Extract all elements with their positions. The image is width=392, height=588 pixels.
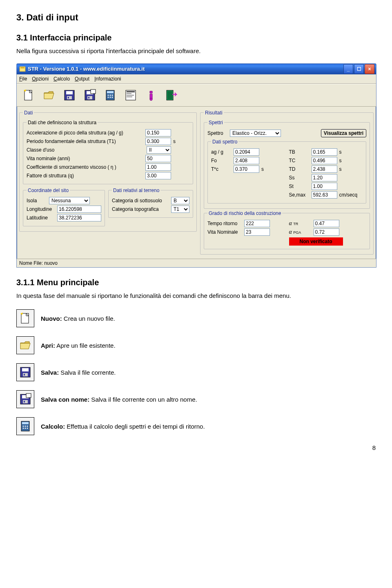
lbl-topografica: Categoria topografica	[112, 206, 169, 212]
maximize-button[interactable]: ☐	[354, 64, 364, 74]
input-alpha-pga[interactable]	[314, 228, 339, 236]
group-risultati: Risultati Spettri Spettro Elastico - Ori…	[200, 110, 374, 255]
svg-rect-8	[68, 97, 69, 98]
lbl-ss: Ss	[289, 175, 310, 181]
svg-rect-34	[22, 368, 29, 371]
tool-calc-button[interactable]	[102, 87, 119, 104]
svg-rect-36	[24, 374, 25, 376]
input-lat[interactable]	[57, 214, 101, 221]
tool-save-button[interactable]	[61, 87, 78, 104]
input-td[interactable]	[312, 165, 337, 173]
input-lon[interactable]	[57, 206, 101, 213]
tool-output-button[interactable]	[122, 87, 139, 104]
svg-rect-11	[87, 96, 92, 99]
lbl-se: Se,max	[289, 192, 310, 198]
input-fo[interactable]	[234, 157, 259, 164]
svg-rect-7	[67, 96, 72, 99]
menu-calcolo[interactable]: Calcolo	[53, 76, 70, 82]
svg-rect-25	[127, 95, 134, 96]
group-spettri-legend: Spettri	[207, 120, 224, 125]
input-eta[interactable]	[145, 163, 171, 171]
menu-output[interactable]: Output	[75, 76, 89, 82]
lbl-t1: Periodo fondamentale della struttura (T1…	[27, 139, 143, 144]
select-isola[interactable]: Nessuna	[49, 197, 90, 204]
select-sottosuolo[interactable]: B	[171, 197, 189, 204]
nuovo-text: Crea un nuovo file.	[62, 315, 115, 322]
select-classe[interactable]: II	[147, 146, 171, 154]
svg-rect-43	[22, 422, 29, 424]
doc-heading-3: 3.1.1 Menu principale	[16, 278, 376, 287]
nuovo-bold: Nuovo:	[41, 315, 62, 322]
group-terreno: Dati relativi al terreno Categoria di so…	[108, 188, 193, 218]
tool-saveas-button[interactable]	[81, 87, 98, 104]
lbl-isola: Isola	[27, 198, 47, 203]
lbl-alpha-pga: α PGA	[289, 229, 312, 235]
input-alpha-tr[interactable]	[314, 220, 339, 227]
group-terreno-legend: Dati relativi al terreno	[112, 188, 160, 193]
svg-rect-15	[107, 91, 114, 93]
group-datispettro: Dati spettro ag / g Fo	[207, 139, 366, 203]
input-t1[interactable]	[145, 138, 171, 145]
input-q[interactable]	[145, 172, 171, 179]
lbl-lat: Latitudine	[27, 215, 55, 221]
lbl-vita: Vita nominale (anni)	[27, 156, 143, 161]
menu-file[interactable]: File	[19, 76, 27, 82]
app-icon	[19, 66, 26, 72]
tool-open-button[interactable]	[40, 87, 58, 104]
input-agg[interactable]	[234, 148, 259, 156]
svg-point-47	[23, 428, 24, 429]
select-topografica[interactable]: T1	[171, 206, 189, 213]
calcolo-bold: Calcolo:	[41, 423, 65, 430]
svg-rect-29	[167, 91, 172, 99]
tool-exit-button[interactable]	[163, 87, 180, 104]
input-vita[interactable]	[145, 155, 171, 162]
svg-point-48	[25, 428, 26, 429]
svg-rect-13	[91, 89, 96, 94]
icon-list: Nuovo: Crea un nuovo file. Apri: Apre un…	[16, 309, 376, 435]
lbl-tccap: TC	[289, 158, 310, 163]
unit-tcc: s	[339, 158, 356, 163]
tool-new-button[interactable]	[20, 87, 37, 104]
svg-point-44	[23, 426, 24, 427]
save-as-icon	[16, 390, 34, 408]
unit-t1: s	[173, 139, 189, 144]
input-tccap[interactable]	[312, 157, 337, 164]
input-st[interactable]	[312, 183, 337, 190]
svg-rect-1	[20, 67, 24, 68]
input-se[interactable]	[312, 191, 337, 199]
menu-opzioni[interactable]: Opzioni	[32, 76, 49, 82]
doc-heading-2: 3.1 Interfaccia principale	[16, 33, 376, 42]
menu-informazioni[interactable]: Informazioni	[94, 76, 121, 82]
svg-point-17	[110, 94, 111, 96]
svg-point-45	[25, 426, 26, 427]
salva-bold: Salva:	[41, 369, 59, 376]
lbl-st: St	[289, 183, 310, 189]
open-file-icon	[16, 336, 34, 354]
group-risultati-legend: Risultati	[204, 110, 224, 116]
select-spettro[interactable]: Elastico - Orizz.	[230, 130, 281, 137]
input-tc[interactable]	[234, 165, 259, 173]
svg-point-21	[112, 96, 113, 98]
minimize-button[interactable]: _	[343, 64, 353, 74]
input-ag[interactable]	[145, 129, 171, 136]
visualizza-spettri-button[interactable]: Visualizza spettri	[321, 129, 366, 137]
svg-rect-12	[88, 97, 89, 98]
group-grado: Grado di rischio della costruzione Tempo…	[204, 210, 370, 249]
input-vita-nominale[interactable]	[244, 228, 270, 236]
unit-se: cm/secq	[339, 192, 356, 198]
group-spettri: Spettri Spettro Elastico - Orizz. Visual…	[204, 120, 370, 209]
tool-info-button[interactable]	[143, 87, 160, 104]
input-ss[interactable]	[312, 174, 337, 181]
svg-rect-26	[127, 96, 132, 97]
calculator-icon	[16, 417, 34, 435]
paragraph-2: In questa fase del manuale si riportano …	[16, 291, 376, 301]
calcolo-text: Effettua il calcolo degli spettri e dei …	[65, 423, 205, 430]
input-tempo-ritorno[interactable]	[244, 220, 270, 227]
titlebar: STR - Versione 1.0.1 - www.edificiinmura…	[17, 64, 376, 74]
new-file-icon	[16, 309, 34, 327]
svg-point-18	[112, 94, 113, 96]
unit-tb: s	[339, 149, 356, 155]
lbl-ag: Accelerazione di picco della struttura (…	[27, 130, 143, 136]
input-tb[interactable]	[312, 148, 337, 156]
close-button[interactable]: ×	[365, 64, 374, 74]
